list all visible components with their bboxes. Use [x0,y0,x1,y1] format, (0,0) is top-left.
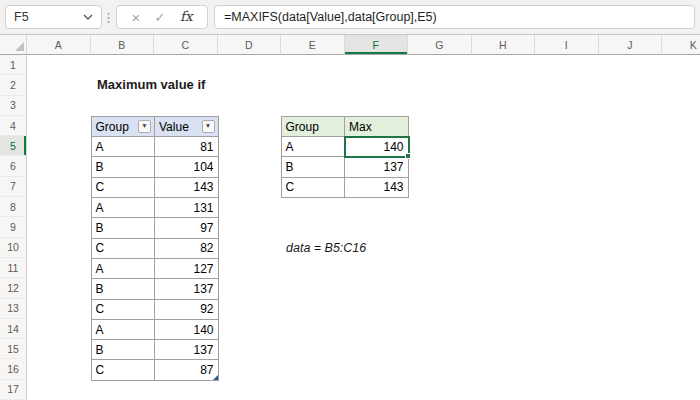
column-header[interactable]: I [535,35,599,55]
summary-table-row: A 140 [282,137,409,157]
row-header[interactable]: 7 [0,177,26,197]
column-header[interactable]: H [472,35,536,55]
row-header[interactable]: 6 [0,156,26,176]
summary-group-cell[interactable]: C [282,178,346,198]
formula-text: =MAXIFS(data[Value],data[Group],E5) [224,10,437,24]
data-table-header-cell[interactable]: Group ▼ [92,117,156,137]
insert-function-icon[interactable]: fx [180,10,193,24]
value-cell[interactable]: 143 [155,178,219,198]
row-header[interactable]: 11 [0,258,26,278]
row-header[interactable]: 17 [0,380,26,400]
group-cell[interactable]: B [92,279,156,299]
group-cell[interactable]: C [92,360,156,380]
column-header[interactable]: B [91,35,155,55]
cancel-icon[interactable]: × [131,10,140,25]
cell-title[interactable]: Maximum value if [97,75,205,95]
group-cell[interactable]: C [92,300,156,320]
summary-max-cell[interactable]: 143 [345,178,409,198]
summary-max-value: 137 [383,160,403,174]
enter-icon[interactable]: ✓ [155,11,166,24]
data-table-row: B 97 [92,218,219,238]
group-cell[interactable]: C [92,239,156,259]
summary-group-cell[interactable]: A [282,137,346,157]
group-cell[interactable]: B [92,218,156,238]
column-header[interactable]: C [154,35,218,55]
summary-table-header-row: Group Max [282,117,409,137]
filter-button[interactable]: ▼ [202,120,215,133]
group-cell[interactable]: A [92,137,156,157]
data-table-row: C 92 [92,300,219,320]
value-cell[interactable]: 140 [155,320,219,340]
data-table-row: B 104 [92,157,219,177]
row-header[interactable]: 2 [0,75,26,95]
summary-table-body: A 140 B 137 [282,137,409,198]
summary-table: Group Max A 140 B [281,116,409,198]
group-cell[interactable]: A [92,259,156,279]
data-table-row: C 143 [92,178,219,198]
summary-table-row: C 143 [282,178,409,198]
value-cell[interactable]: 127 [155,259,219,279]
row-header[interactable]: 15 [0,339,26,359]
row-header[interactable]: 16 [0,359,26,379]
cell-note[interactable]: data = B5:C16 [286,238,366,258]
formula-buttons: × ✓ fx [116,5,208,29]
group-cell[interactable]: A [92,198,156,218]
fill-handle[interactable] [405,153,411,159]
row-header[interactable]: 4 [0,116,26,136]
sheet-canvas[interactable]: Maximum value if Group ▼ Value ▼ [27,55,700,400]
value-cell[interactable]: 104 [155,157,219,177]
summary-max-cell[interactable]: 137 [345,157,409,177]
data-table-row: A 127 [92,259,219,279]
row-header[interactable]: 14 [0,319,26,339]
column-header[interactable]: F [345,35,409,55]
row-headers: 1 2 3 4 5 6 7 8 9 10 11 12 13 14 15 [0,55,27,400]
summary-table-row: B 137 [282,157,409,177]
value-cell[interactable]: 137 [155,279,219,299]
row-header[interactable]: 1 [0,55,26,75]
summary-header-cell[interactable]: Group [282,117,346,137]
select-all-button[interactable] [0,35,27,55]
data-table-row: A 81 [92,137,219,157]
data-table-header-cell[interactable]: Value ▼ [155,117,219,137]
excel-window: F5 ⋮ × ✓ fx =MAXIFS(data[Value],data[Gro… [0,0,700,400]
value-cell[interactable]: 137 [155,340,219,360]
header-label: Value [159,120,189,134]
column-header[interactable]: K [662,35,700,55]
summary-max-cell[interactable]: 140 [345,137,409,157]
value-cell[interactable]: 92 [155,300,219,320]
name-box[interactable]: F5 [5,5,102,29]
row-header[interactable]: 9 [0,217,26,237]
more-options-icon[interactable]: ⋮ [102,10,115,25]
column-header[interactable]: J [599,35,663,55]
summary-max-value: 143 [383,180,403,194]
row-header[interactable]: 5 [0,136,26,156]
column-header[interactable]: D [218,35,282,55]
column-header[interactable]: A [27,35,91,55]
group-cell[interactable]: A [92,320,156,340]
data-table-row: A 140 [92,320,219,340]
filter-button[interactable]: ▼ [138,120,151,133]
summary-header-cell[interactable]: Max [345,117,409,137]
formula-input[interactable]: =MAXIFS(data[Value],data[Group],E5) [214,5,695,29]
group-cell[interactable]: C [92,178,156,198]
summary-group-cell[interactable]: B [282,157,346,177]
column-header[interactable]: E [281,35,345,55]
select-all-triangle-icon [15,42,24,51]
value-cell[interactable]: 97 [155,218,219,238]
header-label: Group [96,120,129,134]
group-cell[interactable]: B [92,157,156,177]
value-cell[interactable]: 131 [155,198,219,218]
value-cell[interactable]: 81 [155,137,219,157]
summary-max-value: 140 [383,140,403,154]
row-header[interactable]: 12 [0,278,26,298]
group-cell[interactable]: B [92,340,156,360]
row-header[interactable]: 10 [0,238,26,258]
column-header[interactable]: G [408,35,472,55]
chevron-down-icon[interactable] [83,14,93,20]
row-header[interactable]: 13 [0,299,26,319]
value-cell[interactable]: 87 [155,360,219,380]
value-cell[interactable]: 82 [155,239,219,259]
data-table-row: A 131 [92,198,219,218]
row-header[interactable]: 8 [0,197,26,217]
row-header[interactable]: 3 [0,96,26,116]
